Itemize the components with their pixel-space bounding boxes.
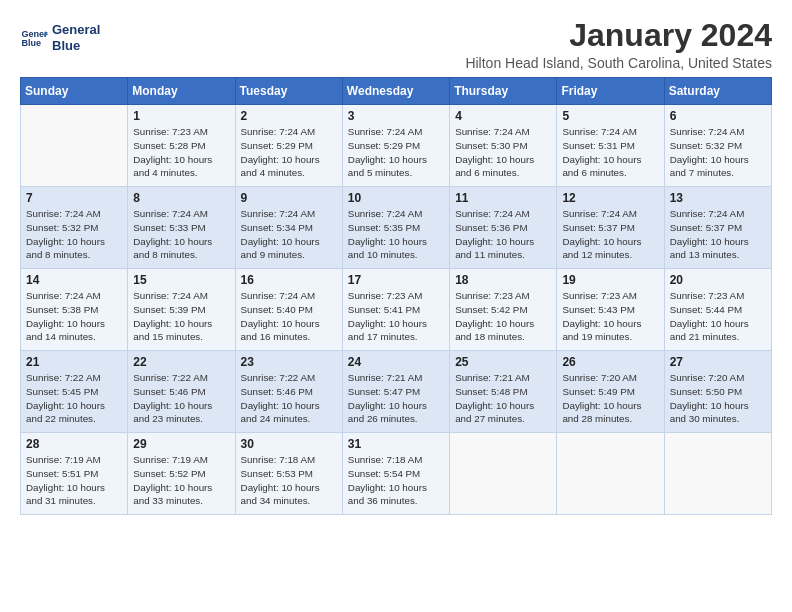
day-info: Sunrise: 7:19 AM Sunset: 5:51 PM Dayligh… [26, 453, 122, 508]
calendar-cell: 17Sunrise: 7:23 AM Sunset: 5:41 PM Dayli… [342, 269, 449, 351]
day-number: 31 [348, 437, 444, 451]
day-info: Sunrise: 7:18 AM Sunset: 5:54 PM Dayligh… [348, 453, 444, 508]
calendar-cell: 10Sunrise: 7:24 AM Sunset: 5:35 PM Dayli… [342, 187, 449, 269]
calendar-cell [557, 433, 664, 515]
day-info: Sunrise: 7:24 AM Sunset: 5:29 PM Dayligh… [241, 125, 337, 180]
day-number: 13 [670, 191, 766, 205]
header: General Blue General Blue January 2024 H… [20, 18, 772, 71]
day-info: Sunrise: 7:24 AM Sunset: 5:39 PM Dayligh… [133, 289, 229, 344]
day-info: Sunrise: 7:23 AM Sunset: 5:42 PM Dayligh… [455, 289, 551, 344]
calendar-cell: 31Sunrise: 7:18 AM Sunset: 5:54 PM Dayli… [342, 433, 449, 515]
col-wednesday: Wednesday [342, 78, 449, 105]
calendar-cell: 7Sunrise: 7:24 AM Sunset: 5:32 PM Daylig… [21, 187, 128, 269]
day-info: Sunrise: 7:24 AM Sunset: 5:37 PM Dayligh… [670, 207, 766, 262]
day-info: Sunrise: 7:24 AM Sunset: 5:37 PM Dayligh… [562, 207, 658, 262]
calendar-cell: 18Sunrise: 7:23 AM Sunset: 5:42 PM Dayli… [450, 269, 557, 351]
day-number: 21 [26, 355, 122, 369]
col-sunday: Sunday [21, 78, 128, 105]
calendar-cell: 22Sunrise: 7:22 AM Sunset: 5:46 PM Dayli… [128, 351, 235, 433]
calendar-cell: 4Sunrise: 7:24 AM Sunset: 5:30 PM Daylig… [450, 105, 557, 187]
calendar-week-row: 7Sunrise: 7:24 AM Sunset: 5:32 PM Daylig… [21, 187, 772, 269]
calendar-cell: 14Sunrise: 7:24 AM Sunset: 5:38 PM Dayli… [21, 269, 128, 351]
day-number: 2 [241, 109, 337, 123]
day-info: Sunrise: 7:23 AM Sunset: 5:28 PM Dayligh… [133, 125, 229, 180]
day-number: 17 [348, 273, 444, 287]
calendar-cell: 23Sunrise: 7:22 AM Sunset: 5:46 PM Dayli… [235, 351, 342, 433]
svg-text:General: General [21, 28, 48, 38]
col-saturday: Saturday [664, 78, 771, 105]
col-tuesday: Tuesday [235, 78, 342, 105]
calendar-cell: 29Sunrise: 7:19 AM Sunset: 5:52 PM Dayli… [128, 433, 235, 515]
calendar-week-row: 1Sunrise: 7:23 AM Sunset: 5:28 PM Daylig… [21, 105, 772, 187]
day-number: 7 [26, 191, 122, 205]
calendar-table: Sunday Monday Tuesday Wednesday Thursday… [20, 77, 772, 515]
day-info: Sunrise: 7:24 AM Sunset: 5:29 PM Dayligh… [348, 125, 444, 180]
day-number: 4 [455, 109, 551, 123]
calendar-cell: 26Sunrise: 7:20 AM Sunset: 5:49 PM Dayli… [557, 351, 664, 433]
calendar-cell: 24Sunrise: 7:21 AM Sunset: 5:47 PM Dayli… [342, 351, 449, 433]
calendar-cell: 28Sunrise: 7:19 AM Sunset: 5:51 PM Dayli… [21, 433, 128, 515]
day-info: Sunrise: 7:18 AM Sunset: 5:53 PM Dayligh… [241, 453, 337, 508]
day-info: Sunrise: 7:24 AM Sunset: 5:40 PM Dayligh… [241, 289, 337, 344]
day-number: 22 [133, 355, 229, 369]
day-number: 26 [562, 355, 658, 369]
day-info: Sunrise: 7:24 AM Sunset: 5:31 PM Dayligh… [562, 125, 658, 180]
day-info: Sunrise: 7:23 AM Sunset: 5:41 PM Dayligh… [348, 289, 444, 344]
day-info: Sunrise: 7:19 AM Sunset: 5:52 PM Dayligh… [133, 453, 229, 508]
day-info: Sunrise: 7:20 AM Sunset: 5:50 PM Dayligh… [670, 371, 766, 426]
day-number: 12 [562, 191, 658, 205]
calendar-body: 1Sunrise: 7:23 AM Sunset: 5:28 PM Daylig… [21, 105, 772, 515]
calendar-week-row: 21Sunrise: 7:22 AM Sunset: 5:45 PM Dayli… [21, 351, 772, 433]
day-number: 3 [348, 109, 444, 123]
logo: General Blue General Blue [20, 22, 100, 53]
calendar-cell: 21Sunrise: 7:22 AM Sunset: 5:45 PM Dayli… [21, 351, 128, 433]
day-info: Sunrise: 7:22 AM Sunset: 5:46 PM Dayligh… [133, 371, 229, 426]
day-info: Sunrise: 7:23 AM Sunset: 5:43 PM Dayligh… [562, 289, 658, 344]
day-number: 9 [241, 191, 337, 205]
calendar-cell: 8Sunrise: 7:24 AM Sunset: 5:33 PM Daylig… [128, 187, 235, 269]
day-number: 16 [241, 273, 337, 287]
day-number: 11 [455, 191, 551, 205]
calendar-cell: 20Sunrise: 7:23 AM Sunset: 5:44 PM Dayli… [664, 269, 771, 351]
day-number: 29 [133, 437, 229, 451]
calendar-cell: 9Sunrise: 7:24 AM Sunset: 5:34 PM Daylig… [235, 187, 342, 269]
day-number: 14 [26, 273, 122, 287]
day-number: 15 [133, 273, 229, 287]
col-monday: Monday [128, 78, 235, 105]
day-info: Sunrise: 7:24 AM Sunset: 5:32 PM Dayligh… [670, 125, 766, 180]
day-number: 20 [670, 273, 766, 287]
logo-text-line2: Blue [52, 38, 100, 54]
day-number: 27 [670, 355, 766, 369]
logo-icon: General Blue [20, 24, 48, 52]
day-info: Sunrise: 7:20 AM Sunset: 5:49 PM Dayligh… [562, 371, 658, 426]
day-info: Sunrise: 7:24 AM Sunset: 5:32 PM Dayligh… [26, 207, 122, 262]
day-info: Sunrise: 7:22 AM Sunset: 5:45 PM Dayligh… [26, 371, 122, 426]
day-number: 1 [133, 109, 229, 123]
calendar-cell: 5Sunrise: 7:24 AM Sunset: 5:31 PM Daylig… [557, 105, 664, 187]
day-number: 5 [562, 109, 658, 123]
col-friday: Friday [557, 78, 664, 105]
day-number: 10 [348, 191, 444, 205]
svg-text:Blue: Blue [21, 38, 41, 48]
day-info: Sunrise: 7:24 AM Sunset: 5:38 PM Dayligh… [26, 289, 122, 344]
logo-text-line1: General [52, 22, 100, 38]
day-number: 28 [26, 437, 122, 451]
calendar-cell [450, 433, 557, 515]
calendar-cell: 11Sunrise: 7:24 AM Sunset: 5:36 PM Dayli… [450, 187, 557, 269]
day-number: 6 [670, 109, 766, 123]
calendar-cell: 15Sunrise: 7:24 AM Sunset: 5:39 PM Dayli… [128, 269, 235, 351]
title-area: January 2024 Hilton Head Island, South C… [465, 18, 772, 71]
calendar-cell: 12Sunrise: 7:24 AM Sunset: 5:37 PM Dayli… [557, 187, 664, 269]
day-info: Sunrise: 7:24 AM Sunset: 5:35 PM Dayligh… [348, 207, 444, 262]
location-title: Hilton Head Island, South Carolina, Unit… [465, 55, 772, 71]
day-info: Sunrise: 7:23 AM Sunset: 5:44 PM Dayligh… [670, 289, 766, 344]
day-number: 8 [133, 191, 229, 205]
calendar-cell: 13Sunrise: 7:24 AM Sunset: 5:37 PM Dayli… [664, 187, 771, 269]
calendar-cell: 25Sunrise: 7:21 AM Sunset: 5:48 PM Dayli… [450, 351, 557, 433]
day-info: Sunrise: 7:24 AM Sunset: 5:33 PM Dayligh… [133, 207, 229, 262]
day-number: 23 [241, 355, 337, 369]
day-info: Sunrise: 7:24 AM Sunset: 5:36 PM Dayligh… [455, 207, 551, 262]
day-number: 24 [348, 355, 444, 369]
calendar-cell: 1Sunrise: 7:23 AM Sunset: 5:28 PM Daylig… [128, 105, 235, 187]
day-info: Sunrise: 7:21 AM Sunset: 5:47 PM Dayligh… [348, 371, 444, 426]
